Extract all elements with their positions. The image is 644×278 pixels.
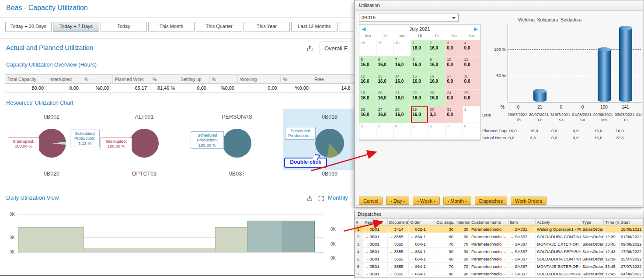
dispatch-cell[interactable]: 5 xyxy=(355,255,363,263)
filter-button-this-month[interactable]: This Month xyxy=(148,22,195,32)
link-arrow-icon[interactable]: → xyxy=(410,242,414,246)
link-arrow-icon[interactable]: → xyxy=(503,249,507,254)
dispatch-cell[interactable]: →SA367 xyxy=(508,255,536,263)
calendar-cell-29[interactable]: 29 xyxy=(376,40,393,56)
link-arrow-icon[interactable]: → xyxy=(389,264,393,269)
link-arrow-icon[interactable]: → xyxy=(503,271,507,276)
link-arrow-icon[interactable]: → xyxy=(389,242,393,246)
dispatch-column-header-op-sequ[interactable]: Op. sequ.. xyxy=(435,219,455,225)
dispatch-column-header-order[interactable]: Order xyxy=(409,219,435,225)
dispatch-cell[interactable]: 60 xyxy=(455,255,470,263)
link-arrow-icon[interactable]: → xyxy=(510,234,514,239)
link-arrow-icon[interactable]: → xyxy=(503,227,507,232)
link-arrow-icon[interactable]: → xyxy=(365,227,369,232)
calendar-cell-3[interactable]: 3 xyxy=(376,123,393,140)
calendar-cell-29[interactable]: 2916,0 xyxy=(411,106,428,123)
calendar-cell-27[interactable]: 2716,0 xyxy=(376,106,393,123)
calendar-cell-1[interactable]: 1 xyxy=(463,106,480,123)
dispatch-cell[interactable]: 27/07/2022 xyxy=(620,263,644,270)
calendar-cell-18[interactable]: 180,0 xyxy=(463,73,480,90)
calendar-cell-14[interactable]: 1416,0 xyxy=(394,73,411,90)
dispatch-cell[interactable]: →0B01 xyxy=(363,248,388,255)
filter-button-this-year[interactable]: This Year xyxy=(244,22,290,32)
link-arrow-icon[interactable]: → xyxy=(503,242,507,246)
calendar-cell-8[interactable]: 816,0 xyxy=(411,56,428,73)
link-arrow-icon[interactable]: → xyxy=(510,227,514,232)
dispatch-cell[interactable]: 60 xyxy=(435,233,455,240)
dispatch-cell[interactable]: MONTAJE EXTERIOR + xyxy=(536,263,581,270)
link-arrow-icon[interactable]: → xyxy=(365,264,369,269)
link-arrow-icon[interactable]: → xyxy=(410,257,414,261)
dispatch-cell[interactable]: 90 xyxy=(455,270,470,278)
link-arrow-icon[interactable]: → xyxy=(389,249,393,254)
calendar-cell-23[interactable]: 2316,0 xyxy=(428,90,446,106)
dispatch-cell[interactable]: →864-1 xyxy=(409,248,435,255)
window-titlebar[interactable]: Utilization xyxy=(355,0,644,11)
filter-button-today-30-days[interactable]: Today + 30 Days xyxy=(5,22,52,32)
calendar-cell-30[interactable]: 303,3 xyxy=(428,106,446,123)
calendar-cell-19[interactable]: 1916,0 xyxy=(359,90,376,106)
dispatch-cell[interactable]: →SA367 xyxy=(508,270,536,278)
dispatch-cell[interactable]: →3414 xyxy=(388,225,409,233)
pie-chart-0b018[interactable] xyxy=(315,129,344,158)
dispatch-cell[interactable]: →864-1 xyxy=(409,255,435,263)
dispatch-cell[interactable]: →864-1 xyxy=(409,233,435,240)
dispatch-cell[interactable]: →0B01 xyxy=(363,225,388,233)
dispatch-cell[interactable]: →3555 xyxy=(388,233,409,240)
dispatch-cell[interactable]: 6 xyxy=(355,263,363,270)
dispatch-cell[interactable]: MONTAJE EXTERIOR + xyxy=(536,240,581,248)
dispatch-column-header-start[interactable]: Start xyxy=(620,219,644,225)
calendar-cell-24[interactable]: 240,0 xyxy=(446,90,463,106)
dispatch-cell[interactable]: SalesOrder xyxy=(581,225,604,233)
dispatch-cell[interactable]: 70 xyxy=(435,240,455,248)
dispatch-cell[interactable]: 33:45 xyxy=(604,240,620,248)
dispatch-cell[interactable]: 30 xyxy=(435,225,455,233)
export-icon[interactable] xyxy=(306,45,313,52)
dispatch-cell[interactable]: SalesOrder xyxy=(581,240,604,248)
link-arrow-icon[interactable]: → xyxy=(410,271,414,276)
dispatch-cell[interactable]: Parametechnolo → xyxy=(470,240,508,248)
dispatch-cell[interactable]: →3555 xyxy=(388,240,409,248)
link-arrow-icon[interactable]: → xyxy=(510,249,514,254)
dispatch-cell[interactable]: Parametechnolo → xyxy=(470,233,508,240)
dispatch-cell[interactable]: →3555 xyxy=(388,263,409,270)
action-button-work-orders[interactable]: Work Orders xyxy=(511,197,547,205)
dispatch-cell[interactable]: SalesOrder xyxy=(581,233,604,240)
link-arrow-icon[interactable]: → xyxy=(410,264,414,269)
calendar-cell-22[interactable]: 2216,0 xyxy=(411,90,428,106)
dispatch-cell[interactable]: 90 xyxy=(435,270,455,278)
calendar-cell-2[interactable]: 216,0 xyxy=(428,40,446,56)
export-icon[interactable] xyxy=(306,195,313,202)
link-arrow-icon[interactable]: → xyxy=(389,234,393,239)
dispatch-cell[interactable]: →0B01 xyxy=(363,255,388,263)
filter-button-set-f[interactable]: Set F xyxy=(339,22,354,32)
dispatch-cell[interactable]: SOLDADURA SEPARAI xyxy=(536,270,581,278)
dispatch-cell[interactable]: 1 xyxy=(355,225,363,233)
dispatch-cell[interactable]: 33:45 xyxy=(604,263,620,270)
dispatch-cell[interactable]: 04/08/2022 xyxy=(620,270,644,278)
calendar-cell-15[interactable]: 1516,0 xyxy=(411,73,428,90)
pie-chart-alt001[interactable] xyxy=(130,129,159,158)
calendar-cell-21[interactable]: 2116,0 xyxy=(394,90,411,106)
link-arrow-icon[interactable]: → xyxy=(365,271,369,276)
filter-button-last-12-months[interactable]: Last 12 Months xyxy=(291,22,338,32)
dispatch-column-header-document[interactable]: Document xyxy=(388,219,409,225)
dispatch-cell[interactable]: →SA367 xyxy=(508,240,536,248)
calendar-cell-28[interactable]: 2816,0 xyxy=(394,106,411,123)
calendar-cell-13[interactable]: 1316,0 xyxy=(376,73,393,90)
calendar-cell-16[interactable]: 1616,0 xyxy=(428,73,446,90)
calendar-cell-5[interactable]: 516,0 xyxy=(359,56,376,73)
link-arrow-icon[interactable]: → xyxy=(389,271,393,276)
dispatch-cell[interactable]: →SA367 xyxy=(508,248,536,255)
dispatch-cell[interactable]: →3555 xyxy=(388,248,409,255)
resource-dropdown[interactable]: 0B018 xyxy=(359,14,459,22)
dispatch-column-header-resource[interactable]: Resource xyxy=(363,219,388,225)
calendar-cell-12[interactable]: 1216,0 xyxy=(359,73,376,90)
dispatch-cell[interactable]: 90 xyxy=(455,248,470,255)
action-button-dispatches[interactable]: Dispatches xyxy=(475,197,507,205)
calendar-cell-10[interactable]: 100,0 xyxy=(446,56,463,73)
dispatch-cell[interactable]: →3555 xyxy=(388,270,409,278)
calendar-cell-20[interactable]: 2016,0 xyxy=(376,90,393,106)
dispatch-cell[interactable]: 01/08/2022 xyxy=(620,233,644,240)
dispatch-cell[interactable]: Parametechnolo → xyxy=(470,255,508,263)
